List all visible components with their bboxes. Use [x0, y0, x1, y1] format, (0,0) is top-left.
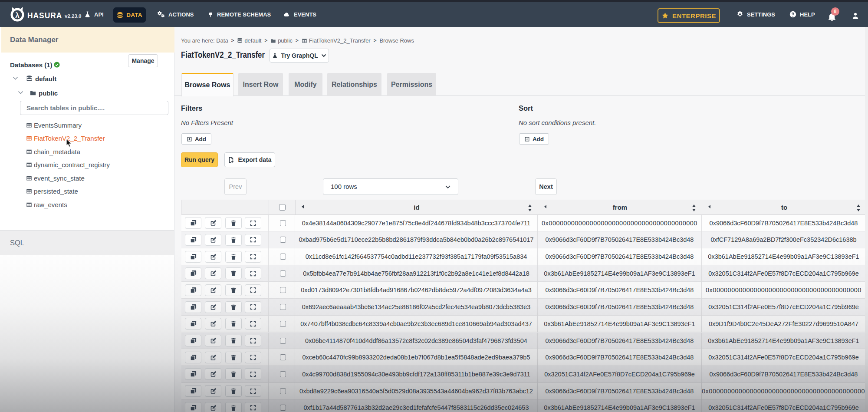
svg-text:λ: λ	[15, 11, 20, 20]
